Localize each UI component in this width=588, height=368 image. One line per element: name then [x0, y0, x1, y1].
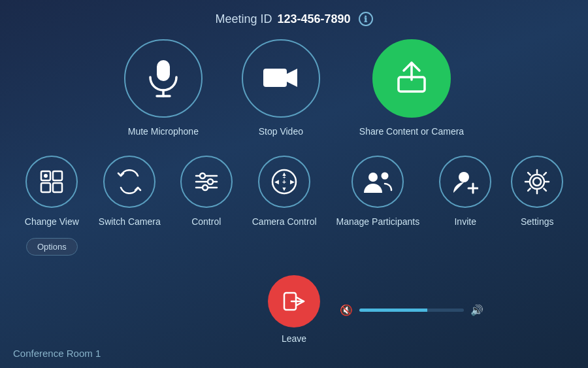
change-view-label: Change View [25, 216, 79, 227]
header: Meeting ID 123-456-7890 ℹ [0, 0, 588, 26]
invite-group: Invite [439, 156, 491, 227]
participants-icon [363, 169, 393, 194]
switch-camera-label: Switch Camera [99, 216, 161, 227]
svg-point-25 [459, 172, 469, 182]
mute-microphone-label: Mute Microphone [128, 125, 199, 137]
invite-icon [452, 168, 478, 195]
switch-camera-group: Switch Camera [99, 156, 161, 227]
leave-group: Leave [268, 275, 320, 344]
switch-camera-button[interactable] [103, 156, 155, 208]
options-button[interactable]: Options [26, 238, 78, 256]
share-content-button[interactable] [372, 39, 451, 118]
svg-rect-0 [157, 60, 170, 81]
stop-video-button[interactable] [242, 39, 320, 118]
meeting-id-label: Meeting ID [215, 12, 272, 26]
gear-icon [524, 169, 550, 195]
svg-point-23 [368, 173, 378, 182]
invite-button[interactable] [439, 156, 491, 208]
svg-text:◀: ◀ [274, 178, 279, 185]
volume-container: 🔇 🔊 [340, 304, 483, 316]
share-content-group: Share Content or Camera [359, 39, 464, 137]
settings-button[interactable] [511, 156, 563, 208]
svg-point-6 [44, 174, 48, 178]
manage-participants-label: Manage Participants [336, 216, 420, 227]
camera-control-label: Camera Control [252, 216, 317, 227]
invite-label: Invite [454, 216, 476, 227]
conference-room-label: Conference Room 1 [13, 348, 101, 359]
settings-label: Settings [521, 216, 554, 227]
svg-point-14 [208, 179, 213, 184]
mute-microphone-button[interactable] [124, 39, 203, 118]
svg-rect-4 [399, 77, 425, 92]
change-view-button[interactable] [25, 156, 78, 208]
camera-icon [262, 65, 300, 92]
control-label: Control [191, 216, 221, 227]
stop-video-group: Stop Video [242, 39, 320, 137]
svg-text:▼: ▼ [282, 186, 287, 192]
manage-participants-group: Manage Participants [336, 156, 420, 227]
svg-point-24 [382, 173, 389, 180]
svg-rect-3 [263, 69, 287, 87]
svg-rect-9 [53, 183, 62, 192]
svg-rect-7 [41, 183, 50, 192]
camera-control-group: + ▲ ▼ ◀ ▶ + Camera Control [252, 156, 317, 227]
control-group: Control [180, 156, 233, 227]
svg-point-28 [533, 178, 541, 186]
microphone-icon [146, 59, 180, 98]
sliders-icon [193, 171, 220, 193]
leave-icon [282, 290, 306, 313]
change-view-group: Change View Options [25, 156, 79, 256]
mute-microphone-group: Mute Microphone [124, 39, 203, 137]
svg-text:▲: ▲ [282, 171, 287, 177]
info-icon[interactable]: ℹ [359, 12, 373, 26]
leave-volume-section: Leave 🔇 🔊 [0, 275, 588, 344]
view-icon [39, 169, 64, 194]
volume-low-icon: 🔇 [340, 304, 353, 316]
camera-control-button[interactable]: + ▲ ▼ ◀ ▶ + [258, 156, 310, 208]
top-controls-row: Mute Microphone Stop Video Share Content… [0, 39, 588, 137]
leave-button[interactable] [268, 275, 320, 327]
bottom-controls-row: Change View Options Switch Camera [0, 156, 588, 256]
meeting-id-value: 123-456-7890 [277, 12, 350, 26]
svg-text:+: + [283, 175, 286, 180]
svg-rect-8 [53, 171, 62, 180]
settings-group: Settings [511, 156, 563, 227]
svg-point-13 [200, 173, 205, 178]
leave-label: Leave [282, 333, 306, 344]
volume-high-icon: 🔊 [470, 304, 483, 316]
control-button[interactable] [180, 156, 233, 208]
share-content-label: Share Content or Camera [359, 125, 464, 137]
camera-control-icon: + ▲ ▼ ◀ ▶ + [270, 167, 299, 196]
manage-participants-button[interactable] [351, 156, 404, 208]
svg-point-16 [272, 170, 296, 193]
svg-text:+: + [282, 178, 286, 186]
stop-video-label: Stop Video [259, 125, 303, 137]
svg-point-15 [203, 185, 208, 190]
volume-slider[interactable] [359, 309, 464, 312]
share-icon [393, 60, 430, 97]
svg-rect-29 [284, 293, 296, 310]
svg-rect-5 [41, 171, 50, 180]
svg-text:▶: ▶ [290, 178, 295, 185]
switch-camera-icon [116, 169, 143, 194]
